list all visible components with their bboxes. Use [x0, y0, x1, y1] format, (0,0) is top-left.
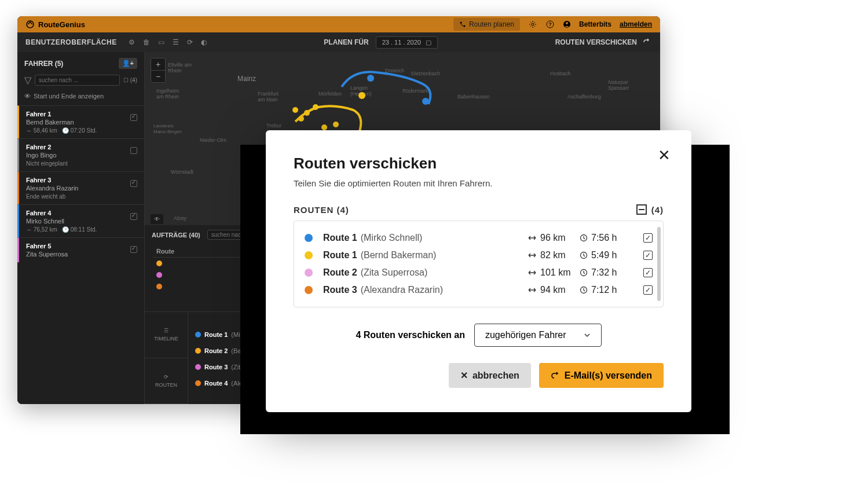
share-icon[interactable] — [643, 38, 652, 47]
driver-checkbox[interactable] — [130, 180, 137, 187]
driver-item[interactable]: Fahrer 2Ingo BingoNicht eingeplant — [17, 138, 144, 171]
help-icon[interactable]: ? — [545, 20, 555, 29]
send-email-button[interactable]: E-Mail(s) versenden — [539, 363, 664, 388]
svg-text:am Rhein: am Rhein — [156, 94, 179, 100]
scrollbar[interactable] — [657, 227, 661, 301]
svg-text:Frankfurt: Frankfurt — [258, 91, 279, 97]
map-attribution-icon: 👁 — [151, 214, 163, 224]
svg-text:Naturpar: Naturpar — [608, 79, 629, 85]
selected-count: (4) — [651, 205, 664, 215]
zoom-out-button[interactable]: − — [151, 71, 165, 82]
logout-link[interactable]: abmelden — [620, 20, 652, 28]
zoom-in-button[interactable]: + — [151, 58, 165, 71]
route-checkbox[interactable] — [643, 233, 653, 243]
select-all-checkbox[interactable] — [636, 204, 647, 215]
filter-count: ☐ (4) — [123, 77, 137, 83]
route-checkbox[interactable] — [643, 285, 653, 295]
driver-item[interactable]: Fahrer 4Mirko Schnell↔ 76,52 km🕐 08:11 S… — [17, 204, 144, 237]
trash-icon[interactable]: 🗑 — [143, 38, 150, 46]
svg-point-38 — [304, 110, 310, 116]
svg-text:Dietzenbach: Dietzenbach — [411, 71, 440, 76]
cancel-button[interactable]: ✕ abbrechen — [449, 363, 531, 388]
add-driver-button[interactable]: 👤+ — [119, 58, 137, 69]
chevron-down-icon — [584, 332, 591, 339]
svg-text:Langen: Langen — [350, 85, 368, 91]
svg-point-39 — [313, 104, 318, 110]
modal-subtitle: Teilen Sie die optimierten Routen mit Ih… — [294, 178, 664, 188]
svg-point-41 — [333, 122, 339, 127]
svg-point-37 — [298, 116, 304, 122]
send-routes-label[interactable]: ROUTEN VERSCHICKEN — [555, 38, 637, 46]
driver-checkbox[interactable] — [130, 246, 137, 253]
route-color-dot — [305, 234, 313, 242]
routes-header: ROUTEN (4) — [294, 205, 349, 215]
svg-text:Aschaffenburg: Aschaffenburg — [567, 94, 601, 100]
timeline-icon: ☰ — [164, 328, 169, 333]
brand-icon — [25, 20, 35, 29]
svg-text:Mörfelden: Mörfelden — [318, 91, 342, 97]
close-icon: ✕ — [460, 370, 468, 381]
driver-item[interactable]: Fahrer 1Bernd Bakerman↔ 58,46 km🕐 07:20 … — [17, 105, 144, 138]
svg-text:Babenhausen: Babenhausen — [457, 94, 490, 100]
drivers-title: FAHRER (5) — [24, 60, 63, 68]
drivers-icon[interactable]: ⚙ — [129, 38, 135, 46]
map-icon[interactable]: ▭ — [158, 38, 164, 46]
settings-icon[interactable] — [528, 20, 537, 29]
svg-text:Rhein: Rhein — [168, 68, 182, 74]
driver-checkbox[interactable] — [130, 114, 137, 121]
list-icon[interactable]: ☰ — [173, 38, 179, 46]
svg-text:Alzey: Alzey — [174, 215, 187, 221]
driver-item[interactable]: Fahrer 3Alexandra RazarinEnde weicht ab — [17, 171, 144, 204]
user-icon — [563, 20, 571, 28]
subbar: BENUTZEROBERFLÄCHE ⚙ 🗑 ▭ ☰ ⟳ ◐ PLANEN FÜ… — [17, 32, 660, 52]
tab-routen[interactable]: ⟳ ROUTEN — [145, 358, 188, 405]
zoom-control: + − — [151, 58, 166, 83]
svg-text:Rödermark: Rödermark — [402, 88, 428, 94]
close-button[interactable]: ✕ — [658, 146, 671, 164]
svg-text:?: ? — [548, 21, 552, 27]
route-checkbox[interactable] — [643, 251, 653, 260]
modal-title: Routen verschicken — [294, 155, 664, 173]
svg-text:Trebur: Trebur — [266, 123, 281, 129]
routes-icon: ⟳ — [164, 374, 169, 380]
svg-point-34 — [367, 75, 374, 82]
tab-timeline[interactable]: ☰ TIMELINE — [145, 312, 188, 358]
page-title: BENUTZEROBERFLÄCHE — [25, 38, 117, 46]
route-color-dot — [305, 286, 313, 294]
route-color-dot — [305, 269, 313, 277]
user-name: Betterbits — [579, 20, 611, 28]
svg-text:am Main: am Main — [258, 97, 278, 102]
svg-point-7 — [566, 22, 568, 24]
route-row: Route 1(Mirko Schnell)96 km7:56 h — [305, 229, 653, 247]
driver-checkbox[interactable] — [130, 213, 137, 220]
svg-text:Eltville am: Eltville am — [168, 62, 192, 68]
svg-text:Ingelheim: Ingelheim — [156, 88, 179, 94]
svg-text:Hosbach: Hosbach — [550, 71, 571, 76]
brand-logo: RouteGenius — [25, 20, 85, 29]
filter-icon[interactable]: ▽ — [24, 75, 31, 86]
svg-text:Landkreis: Landkreis — [153, 123, 174, 129]
route-row: Route 3(Alexandra Razarin)94 km7:12 h — [305, 281, 653, 299]
svg-text:Mainz-Bingen: Mainz-Bingen — [153, 129, 182, 134]
date-picker[interactable]: 23 . 11 . 2020 ▢ — [376, 36, 438, 49]
plan-routes-button[interactable]: Routen planen — [453, 18, 520, 31]
show-start-end-toggle[interactable]: 👁 Start und Ende anzeigen — [17, 90, 144, 105]
route-color-dot — [305, 251, 313, 259]
driver-search-input[interactable] — [35, 75, 120, 86]
svg-text:Mainz: Mainz — [237, 75, 256, 83]
eye-icon: 👁 — [24, 93, 31, 100]
svg-point-36 — [292, 107, 298, 113]
topbar: RouteGenius Routen planen ? Betterbits a… — [17, 16, 660, 32]
svg-point-3 — [532, 23, 534, 25]
driver-checkbox[interactable] — [130, 147, 137, 154]
route-small-icon[interactable]: ⟳ — [187, 38, 193, 46]
route-checkbox[interactable] — [643, 268, 653, 277]
send-icon — [551, 371, 560, 380]
recipient-select[interactable]: zugehörigen Fahrer — [474, 324, 602, 347]
theme-icon[interactable]: ◐ — [201, 38, 207, 46]
svg-text:Nieder-Olm: Nieder-Olm — [200, 137, 226, 143]
svg-text:Spessart: Spessart — [608, 85, 629, 91]
driver-item[interactable]: Fahrer 5Zita Superrosa — [17, 237, 144, 262]
brand-name: RouteGenius — [38, 20, 85, 29]
route-icon — [459, 21, 466, 28]
